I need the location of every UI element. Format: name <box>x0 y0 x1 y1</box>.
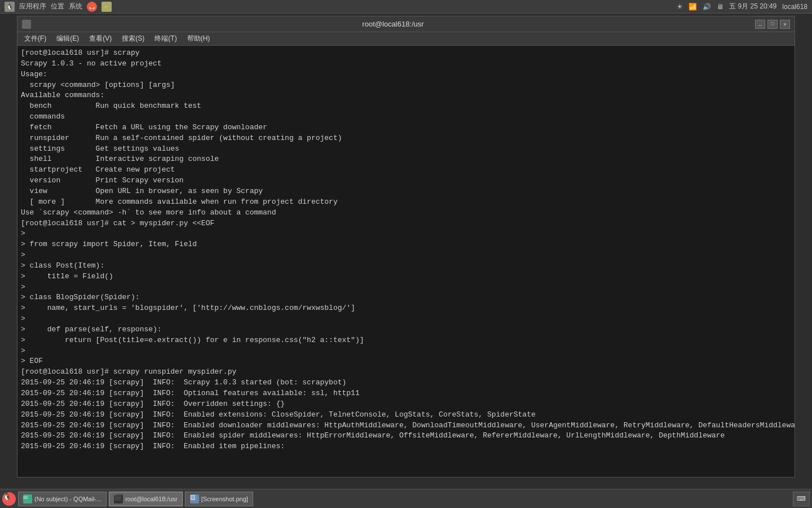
taskbar-terminal-item[interactable]: ⬛ root@local618:/usr <box>109 492 183 506</box>
terminal-line: [root@local618 usr]# cat > myspider.py <… <box>21 218 791 229</box>
terminal-line: Scrapy 1.0.3 - no active project <box>21 59 791 69</box>
terminal-line: [ more ] More commands available when ru… <box>21 197 791 208</box>
location-menu[interactable]: 位置 <box>51 2 64 11</box>
terminal-line: settings Get settings values <box>21 144 791 155</box>
terminal-line: > title = Field() <box>21 271 791 282</box>
system-bar-right: ☀ 📶 🔊 🖥 五 9月 25 20:49 local618 <box>677 2 807 11</box>
apps-icon: 🐧 <box>5 2 15 12</box>
terminal-line: > def parse(self, response): <box>21 325 791 335</box>
terminal-line: startproject Create new project <box>21 165 791 176</box>
menu-help[interactable]: 帮助(H) <box>183 33 215 45</box>
terminal-line: Usage: <box>21 69 791 80</box>
minimize-button[interactable]: _ <box>755 20 765 29</box>
taskbar-image-label: [Screenshot.png] <box>201 496 248 502</box>
terminal-line: 2015-09-25 20:46:19 [scrapy] INFO: Enabl… <box>21 410 791 421</box>
terminal-line: bench Run quick benchmark test <box>21 101 791 112</box>
terminal-line: 2015-09-25 20:46:19 [scrapy] INFO: Optio… <box>21 388 791 399</box>
terminal-line: commands <box>21 112 791 122</box>
window-icon <box>22 20 31 29</box>
terminal-line: 2015-09-25 20:46:19 [scrapy] INFO: Scrap… <box>21 378 791 388</box>
image-taskbar-icon: 🖼 <box>190 494 199 503</box>
terminal-window: root@local618:/usr _ □ ✕ 文件(F) 编辑(E) 查看(… <box>17 16 795 478</box>
taskbar-keyboard-icon: ⌨ <box>797 495 806 502</box>
terminal-line: > class BlogSpider(Spider): <box>21 292 791 303</box>
terminal-line: 2015-09-25 20:46:19 [scrapy] INFO: Enabl… <box>21 441 791 452</box>
taskbar-clock: ⌨ <box>793 492 810 506</box>
terminal-line: > from scrapy import Spider, Item, Field <box>21 239 791 250</box>
taskbar-mail-item[interactable]: ✉ (No subject) - QQMail-... <box>18 492 107 506</box>
terminal-line: > <box>21 282 791 293</box>
terminal-line: > <box>21 229 791 239</box>
system-bar-left: 🐧 应用程序 位置 系统 🦊 ✏ <box>5 2 670 12</box>
terminal-line: [root@local618 usr]# scrapy <box>21 48 791 59</box>
terminal-line: > <box>21 314 791 325</box>
system-menu[interactable]: 系统 <box>69 2 82 11</box>
terminal-line: > <box>21 250 791 261</box>
taskbar-right: ⌨ <box>793 492 810 506</box>
sound-icon: 🔊 <box>703 3 711 11</box>
menu-search[interactable]: 搜索(S) <box>117 33 149 45</box>
terminal-content[interactable]: [root@local618 usr]# scrapyScrapy 1.0.3 … <box>17 46 795 477</box>
browser-icon: 🦊 <box>87 2 97 12</box>
terminal-line: shell Interactive scraping console <box>21 154 791 165</box>
menu-view[interactable]: 查看(V) <box>85 33 116 45</box>
menu-file[interactable]: 文件(F) <box>20 33 51 45</box>
terminal-line: > class Post(Item): <box>21 261 791 271</box>
terminal-line: version Print Scrapy version <box>21 176 791 186</box>
terminal-line: runspider Run a self-contained spider (w… <box>21 133 791 144</box>
edit-icon: ✏ <box>102 2 112 12</box>
taskbar-mail-label: (No subject) - QQMail-... <box>34 496 102 502</box>
taskbar: 🐧 ✉ (No subject) - QQMail-... ⬛ root@loc… <box>0 489 812 508</box>
title-bar-left <box>22 20 31 29</box>
terminal-line: 2015-09-25 20:46:19 [scrapy] INFO: Overr… <box>21 399 791 410</box>
terminal-line: Available commands: <box>21 90 791 101</box>
hostname-display: local618 <box>782 3 807 11</box>
datetime-display: 五 9月 25 20:49 <box>729 2 776 11</box>
taskbar-image-item[interactable]: 🖼 [Screenshot.png] <box>185 492 253 506</box>
mail-taskbar-icon: ✉ <box>23 494 32 503</box>
terminal-line: > return [Post(title=e.extract()) for e … <box>21 335 791 346</box>
maximize-button[interactable]: □ <box>767 20 778 29</box>
terminal-line: fetch Fetch a URL using the Scrapy downl… <box>21 122 791 133</box>
terminal-line: view Open URL in browser, as seen by Scr… <box>21 186 791 197</box>
terminal-line: > name, start_urls = 'blogspider', ['htt… <box>21 303 791 314</box>
window-controls[interactable]: _ □ ✕ <box>755 20 790 29</box>
display-icon: 🖥 <box>717 3 723 11</box>
system-bar: 🐧 应用程序 位置 系统 🦊 ✏ ☀ 📶 🔊 🖥 五 9月 25 20:49 l… <box>0 0 812 14</box>
terminal-line: > EOF <box>21 356 791 367</box>
menu-edit[interactable]: 编辑(E) <box>52 33 83 45</box>
terminal-line: [root@local618 usr]# scrapy runspider my… <box>21 367 791 378</box>
network-icon: 📶 <box>689 3 697 11</box>
title-bar: root@local618:/usr _ □ ✕ <box>17 16 795 32</box>
menu-terminal[interactable]: 终端(T) <box>150 33 181 45</box>
sun-icon: ☀ <box>677 3 683 11</box>
menu-bar: 文件(F) 编辑(E) 查看(V) 搜索(S) 终端(T) 帮助(H) <box>17 32 795 46</box>
apps-menu[interactable]: 应用程序 <box>19 2 46 11</box>
terminal-line: 2015-09-25 20:46:19 [scrapy] INFO: Enabl… <box>21 421 791 431</box>
terminal-line: scrapy <command> [options] [args] <box>21 80 791 91</box>
terminal-line: > <box>21 346 791 357</box>
terminal-line: Use `scrapy <command> -h` to see more in… <box>21 208 791 218</box>
terminal-taskbar-icon: ⬛ <box>114 494 123 503</box>
close-button[interactable]: ✕ <box>780 20 790 29</box>
taskbar-apps-icon[interactable]: 🐧 <box>2 492 16 506</box>
window-title: root@local618:/usr <box>31 20 755 28</box>
taskbar-terminal-label: root@local618:/usr <box>125 496 178 502</box>
terminal-line: 2015-09-25 20:46:19 [scrapy] INFO: Enabl… <box>21 431 791 441</box>
